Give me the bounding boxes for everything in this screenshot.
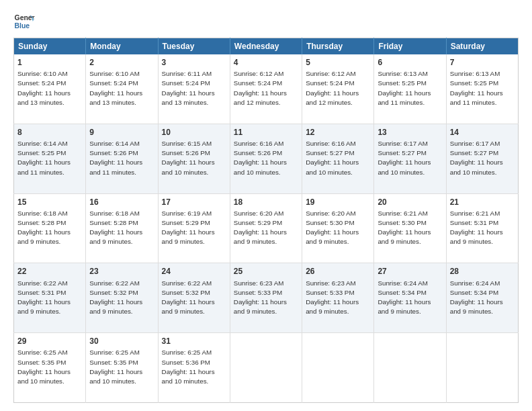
calendar-header-row: SundayMondayTuesdayWednesdayThursdayFrid…	[14, 38, 519, 55]
calendar-cell: 19 Sunrise: 6:20 AMSunset: 5:30 PMDaylig…	[302, 193, 374, 263]
cell-text: Sunrise: 6:22 AMSunset: 5:32 PMDaylight:…	[89, 279, 142, 316]
cell-text: Sunrise: 6:24 AMSunset: 5:34 PMDaylight:…	[378, 279, 431, 316]
calendar-week-row: 1 Sunrise: 6:10 AMSunset: 5:24 PMDayligh…	[14, 54, 519, 124]
calendar-cell	[302, 333, 374, 403]
day-number: 26	[306, 266, 370, 277]
cell-text: Sunrise: 6:23 AMSunset: 5:33 PMDaylight:…	[234, 279, 287, 316]
calendar-cell: 11 Sunrise: 6:16 AMSunset: 5:26 PMDaylig…	[230, 124, 302, 193]
day-number: 28	[450, 266, 515, 277]
calendar-cell: 30 Sunrise: 6:25 AMSunset: 5:35 PMDaylig…	[86, 333, 158, 403]
calendar-day-header: Wednesday	[230, 38, 302, 55]
calendar-day-header: Tuesday	[158, 38, 230, 55]
calendar-cell: 2 Sunrise: 6:10 AMSunset: 5:24 PMDayligh…	[86, 54, 158, 124]
cell-text: Sunrise: 6:25 AMSunset: 5:35 PMDaylight:…	[17, 349, 71, 385]
calendar-day-header: Thursday	[302, 38, 374, 55]
cell-text: Sunrise: 6:21 AMSunset: 5:30 PMDaylight:…	[378, 210, 431, 246]
cell-text: Sunrise: 6:13 AMSunset: 5:25 PMDaylight:…	[378, 70, 431, 106]
cell-text: Sunrise: 6:12 AMSunset: 5:24 PMDaylight:…	[306, 70, 359, 106]
calendar-cell: 31 Sunrise: 6:25 AMSunset: 5:36 PMDaylig…	[158, 333, 230, 403]
cell-text: Sunrise: 6:22 AMSunset: 5:32 PMDaylight:…	[162, 279, 215, 316]
cell-text: Sunrise: 6:10 AMSunset: 5:24 PMDaylight:…	[89, 70, 142, 106]
day-number: 31	[162, 336, 226, 347]
cell-text: Sunrise: 6:14 AMSunset: 5:26 PMDaylight:…	[89, 140, 142, 176]
day-number: 30	[89, 336, 154, 347]
calendar-cell: 8 Sunrise: 6:14 AMSunset: 5:25 PMDayligh…	[14, 124, 86, 193]
cell-text: Sunrise: 6:25 AMSunset: 5:36 PMDaylight:…	[162, 349, 215, 385]
calendar-cell	[230, 333, 302, 403]
day-number: 19	[306, 197, 370, 208]
day-number: 20	[378, 197, 442, 208]
calendar-cell: 6 Sunrise: 6:13 AMSunset: 5:25 PMDayligh…	[374, 54, 446, 124]
logo: General Blue	[13, 11, 39, 32]
calendar-cell: 25 Sunrise: 6:23 AMSunset: 5:33 PMDaylig…	[230, 263, 302, 333]
calendar-table: SundayMondayTuesdayWednesdayThursdayFrid…	[13, 38, 519, 403]
cell-text: Sunrise: 6:16 AMSunset: 5:26 PMDaylight:…	[234, 140, 287, 176]
day-number: 2	[89, 57, 154, 68]
calendar-day-header: Saturday	[446, 38, 518, 55]
day-number: 7	[450, 57, 515, 68]
calendar-cell: 15 Sunrise: 6:18 AMSunset: 5:28 PMDaylig…	[14, 193, 86, 263]
day-number: 22	[17, 266, 82, 277]
calendar-cell	[374, 333, 446, 403]
day-number: 23	[89, 266, 154, 277]
cell-text: Sunrise: 6:18 AMSunset: 5:28 PMDaylight:…	[89, 210, 142, 246]
calendar-cell: 9 Sunrise: 6:14 AMSunset: 5:26 PMDayligh…	[86, 124, 158, 193]
day-number: 24	[162, 266, 226, 277]
calendar-week-row: 15 Sunrise: 6:18 AMSunset: 5:28 PMDaylig…	[14, 193, 519, 263]
calendar-cell: 18 Sunrise: 6:20 AMSunset: 5:29 PMDaylig…	[230, 193, 302, 263]
calendar-cell: 13 Sunrise: 6:17 AMSunset: 5:27 PMDaylig…	[374, 124, 446, 193]
day-number: 17	[162, 197, 226, 208]
calendar-cell: 3 Sunrise: 6:11 AMSunset: 5:24 PMDayligh…	[158, 54, 230, 124]
cell-text: Sunrise: 6:24 AMSunset: 5:34 PMDaylight:…	[450, 279, 503, 316]
cell-text: Sunrise: 6:20 AMSunset: 5:30 PMDaylight:…	[306, 210, 359, 246]
calendar-cell: 22 Sunrise: 6:22 AMSunset: 5:31 PMDaylig…	[14, 263, 86, 333]
cell-text: Sunrise: 6:11 AMSunset: 5:24 PMDaylight:…	[162, 70, 215, 106]
cell-text: Sunrise: 6:20 AMSunset: 5:29 PMDaylight:…	[234, 210, 287, 246]
day-number: 21	[450, 197, 515, 208]
day-number: 18	[234, 197, 298, 208]
calendar-week-row: 29 Sunrise: 6:25 AMSunset: 5:35 PMDaylig…	[14, 333, 519, 403]
calendar-cell: 10 Sunrise: 6:15 AMSunset: 5:26 PMDaylig…	[158, 124, 230, 193]
calendar-week-row: 8 Sunrise: 6:14 AMSunset: 5:25 PMDayligh…	[14, 124, 519, 193]
day-number: 11	[234, 127, 298, 138]
calendar-cell: 28 Sunrise: 6:24 AMSunset: 5:34 PMDaylig…	[446, 263, 518, 333]
cell-text: Sunrise: 6:10 AMSunset: 5:24 PMDaylight:…	[17, 70, 71, 106]
cell-text: Sunrise: 6:14 AMSunset: 5:25 PMDaylight:…	[17, 140, 71, 176]
calendar-cell: 7 Sunrise: 6:13 AMSunset: 5:25 PMDayligh…	[446, 54, 518, 124]
day-number: 12	[306, 127, 370, 138]
calendar-cell: 17 Sunrise: 6:19 AMSunset: 5:29 PMDaylig…	[158, 193, 230, 263]
cell-text: Sunrise: 6:23 AMSunset: 5:33 PMDaylight:…	[306, 279, 359, 316]
day-number: 8	[17, 127, 82, 138]
cell-text: Sunrise: 6:12 AMSunset: 5:24 PMDaylight:…	[234, 70, 287, 106]
day-number: 15	[17, 197, 82, 208]
calendar-cell: 14 Sunrise: 6:17 AMSunset: 5:27 PMDaylig…	[446, 124, 518, 193]
day-number: 14	[450, 127, 515, 138]
calendar-cell: 12 Sunrise: 6:16 AMSunset: 5:27 PMDaylig…	[302, 124, 374, 193]
calendar-cell: 4 Sunrise: 6:12 AMSunset: 5:24 PMDayligh…	[230, 54, 302, 124]
day-number: 6	[378, 57, 442, 68]
day-number: 3	[162, 57, 226, 68]
svg-text:Blue: Blue	[15, 22, 30, 30]
calendar-day-header: Monday	[86, 38, 158, 55]
cell-text: Sunrise: 6:22 AMSunset: 5:31 PMDaylight:…	[17, 279, 71, 316]
calendar-day-header: Sunday	[14, 38, 86, 55]
day-number: 29	[17, 336, 82, 347]
cell-text: Sunrise: 6:19 AMSunset: 5:29 PMDaylight:…	[162, 210, 215, 246]
cell-text: Sunrise: 6:21 AMSunset: 5:31 PMDaylight:…	[450, 210, 503, 246]
header: General Blue	[13, 11, 519, 32]
calendar-cell: 24 Sunrise: 6:22 AMSunset: 5:32 PMDaylig…	[158, 263, 230, 333]
calendar-cell: 16 Sunrise: 6:18 AMSunset: 5:28 PMDaylig…	[86, 193, 158, 263]
cell-text: Sunrise: 6:16 AMSunset: 5:27 PMDaylight:…	[306, 140, 359, 176]
calendar-cell	[446, 333, 518, 403]
calendar-cell: 23 Sunrise: 6:22 AMSunset: 5:32 PMDaylig…	[86, 263, 158, 333]
calendar-cell: 5 Sunrise: 6:12 AMSunset: 5:24 PMDayligh…	[302, 54, 374, 124]
svg-text:General: General	[15, 14, 35, 21]
day-number: 27	[378, 266, 442, 277]
cell-text: Sunrise: 6:17 AMSunset: 5:27 PMDaylight:…	[378, 140, 431, 176]
day-number: 1	[17, 57, 82, 68]
calendar-cell: 20 Sunrise: 6:21 AMSunset: 5:30 PMDaylig…	[374, 193, 446, 263]
day-number: 16	[89, 197, 154, 208]
day-number: 13	[378, 127, 442, 138]
calendar-cell: 29 Sunrise: 6:25 AMSunset: 5:35 PMDaylig…	[14, 333, 86, 403]
cell-text: Sunrise: 6:13 AMSunset: 5:25 PMDaylight:…	[450, 70, 503, 106]
